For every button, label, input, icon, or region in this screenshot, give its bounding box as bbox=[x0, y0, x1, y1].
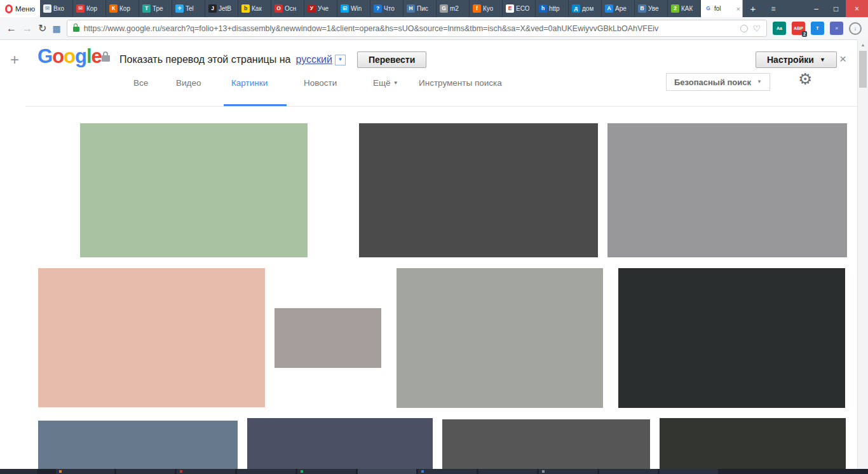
reload-button[interactable]: ↻ bbox=[38, 24, 46, 34]
browser-tab[interactable]: ✉Кор bbox=[73, 0, 106, 17]
taskbar-item[interactable] bbox=[599, 469, 658, 474]
translate-bar-close-icon[interactable]: × bbox=[839, 53, 846, 65]
browser-tab[interactable]: hhttp bbox=[536, 0, 569, 17]
taskbar-item[interactable] bbox=[116, 469, 175, 474]
browser-tab-active[interactable]: Gfol× bbox=[701, 0, 743, 17]
scrollbar-thumb[interactable] bbox=[859, 51, 867, 88]
url-text[interactable]: https://www.google.ru/search?q=folio+13+… bbox=[84, 24, 736, 33]
google-logo-letter: o bbox=[64, 45, 75, 67]
browser-tab[interactable]: JJetB bbox=[205, 0, 238, 17]
speed-dial-button[interactable]: ▦ bbox=[52, 24, 60, 33]
search-tab-all[interactable]: Все bbox=[133, 78, 148, 88]
translate-button[interactable]: Перевести bbox=[357, 51, 426, 68]
taskbar-item[interactable] bbox=[478, 469, 537, 474]
taskbar-item-active[interactable] bbox=[358, 469, 416, 474]
image-result[interactable] bbox=[660, 418, 846, 474]
reader-extension-icon[interactable]: ≡ bbox=[830, 22, 843, 35]
browser-tab[interactable]: ддом bbox=[569, 0, 602, 17]
search-tab-images-active[interactable]: Картинки bbox=[231, 78, 268, 88]
image-result[interactable] bbox=[442, 419, 650, 474]
search-tab-video[interactable]: Видео bbox=[176, 78, 201, 88]
tab-title: Tel bbox=[186, 5, 194, 12]
tab-menu-button[interactable]: ≡ bbox=[763, 0, 783, 17]
scrollbar[interactable]: ▲ bbox=[857, 39, 868, 474]
browser-tab[interactable]: ✉Вхо bbox=[40, 0, 73, 17]
new-tab-button[interactable]: + bbox=[743, 0, 763, 17]
tab-favicon-icon: Е bbox=[506, 4, 514, 13]
page-badge-icon[interactable] bbox=[740, 25, 748, 32]
download-button[interactable]: ↓ bbox=[849, 22, 862, 35]
browser-tab[interactable]: ?Что bbox=[370, 0, 403, 17]
browser-tab[interactable]: УУче bbox=[304, 0, 337, 17]
image-result[interactable] bbox=[397, 268, 603, 408]
chevron-down-icon: ▼ bbox=[757, 79, 762, 85]
image-result[interactable] bbox=[359, 123, 598, 257]
gear-icon[interactable]: ⚙ bbox=[798, 71, 812, 87]
settings-button[interactable]: Настройки▼ bbox=[756, 51, 837, 68]
image-result[interactable] bbox=[247, 418, 433, 474]
browser-tab[interactable]: ТТре bbox=[139, 0, 172, 17]
tab-favicon-icon: ✈ bbox=[175, 4, 184, 13]
address-bar[interactable]: https://www.google.ru/search?q=folio+13+… bbox=[67, 20, 767, 37]
browser-tab[interactable]: НПис bbox=[403, 0, 437, 17]
browser-tab[interactable]: ✈Tel bbox=[172, 0, 205, 17]
search-tab-more[interactable]: Ещё▼ bbox=[373, 78, 398, 88]
taskbar-item[interactable] bbox=[418, 469, 477, 474]
browser-tab[interactable]: 2КАК bbox=[668, 0, 701, 17]
extension-badge: 2 bbox=[802, 31, 807, 37]
language-dropdown[interactable]: ▼ bbox=[335, 55, 346, 65]
image-result[interactable] bbox=[80, 123, 308, 257]
browser-tab[interactable]: ООсн bbox=[271, 0, 304, 17]
browser-window: Меню ✉Вхо ✉Кор ККор ТТре ✈Tel JJetB bКак… bbox=[0, 0, 868, 474]
adblock-extension-icon[interactable]: ABP2 bbox=[792, 22, 805, 35]
browser-tab[interactable]: ЕЕСО bbox=[503, 0, 536, 17]
image-result[interactable] bbox=[38, 268, 265, 407]
google-logo[interactable]: Google bbox=[37, 46, 102, 67]
taskbar-item[interactable] bbox=[56, 469, 114, 474]
tab-favicon-icon: b bbox=[241, 4, 250, 13]
scroll-up-arrow-icon[interactable]: ▲ bbox=[858, 39, 868, 47]
browser-tab[interactable]: ⊞Win bbox=[337, 0, 370, 17]
tab-favicon-icon: ? bbox=[374, 4, 382, 13]
bookmark-heart-icon[interactable]: ♡ bbox=[752, 24, 761, 33]
safe-search-dropdown[interactable]: Безопасный поиск▼ bbox=[666, 73, 770, 91]
taskbar-item[interactable] bbox=[177, 469, 235, 474]
image-result[interactable] bbox=[275, 308, 381, 368]
tab-title: ЕСО bbox=[516, 5, 529, 12]
image-result[interactable] bbox=[38, 421, 238, 474]
translator-extension-icon[interactable]: Т bbox=[811, 22, 824, 35]
opera-menu-button[interactable]: Меню bbox=[0, 0, 40, 17]
browser-tab[interactable]: ККор bbox=[106, 0, 139, 17]
taskbar-item[interactable] bbox=[539, 469, 597, 474]
translate-message: Показать перевод этой страницы на bbox=[119, 54, 290, 65]
tab-favicon-icon: ✉ bbox=[43, 4, 51, 13]
browser-tab[interactable]: ВУве bbox=[635, 0, 668, 17]
start-button[interactable] bbox=[0, 469, 37, 474]
image-result[interactable] bbox=[618, 268, 845, 408]
forward-button[interactable]: → bbox=[22, 24, 32, 34]
browser-tab[interactable]: ААре bbox=[602, 0, 635, 17]
back-button[interactable]: ← bbox=[6, 24, 17, 34]
sidebar-plus-button[interactable]: + bbox=[8, 52, 22, 67]
tab-title: http bbox=[549, 5, 560, 12]
translate-extension-icon[interactable]: Aa bbox=[773, 22, 786, 35]
search-tab-news[interactable]: Новости bbox=[304, 78, 337, 88]
close-window-button[interactable]: × bbox=[846, 0, 868, 17]
tab-favicon-icon: h bbox=[539, 4, 547, 13]
tab-title: Уче bbox=[318, 5, 329, 12]
browser-tab[interactable]: bКак bbox=[238, 0, 271, 17]
maximize-button[interactable]: □ bbox=[826, 0, 846, 17]
browser-tab[interactable]: fКуо bbox=[470, 0, 503, 17]
language-link[interactable]: русский bbox=[295, 54, 332, 65]
taskbar-item[interactable] bbox=[237, 469, 295, 474]
opera-menu-label: Меню bbox=[15, 5, 35, 13]
tab-close-icon[interactable]: × bbox=[736, 5, 740, 13]
search-tools-button[interactable]: Инструменты поиска bbox=[419, 78, 502, 88]
image-result[interactable] bbox=[607, 123, 847, 257]
browser-tab[interactable]: Gm2 bbox=[437, 0, 470, 17]
minimize-button[interactable]: – bbox=[806, 0, 826, 17]
taskbar-item[interactable] bbox=[660, 469, 718, 474]
taskbar-item[interactable] bbox=[297, 469, 356, 474]
app-icon bbox=[59, 470, 62, 473]
tab-favicon-icon: К bbox=[109, 4, 118, 13]
